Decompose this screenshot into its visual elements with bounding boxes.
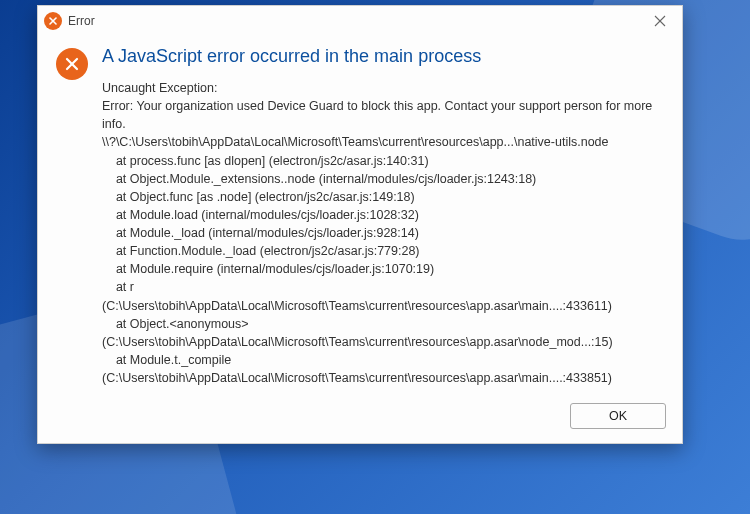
stack-line: (C:\Users\tobih\AppData\Local\Microsoft\… bbox=[102, 333, 664, 351]
stack-line: at Object.<anonymous> bbox=[102, 315, 664, 333]
dialog-body: A JavaScript error occurred in the main … bbox=[38, 36, 682, 393]
stack-line: Uncaught Exception: bbox=[102, 79, 664, 97]
stack-line: at Module.load (internal/modules/cjs/loa… bbox=[102, 206, 664, 224]
dialog-heading: A JavaScript error occurred in the main … bbox=[102, 46, 664, 67]
error-icon bbox=[44, 12, 62, 30]
close-icon bbox=[654, 15, 666, 27]
stack-line: at r bbox=[102, 278, 664, 296]
dialog-content: A JavaScript error occurred in the main … bbox=[102, 46, 664, 387]
stack-line: at Function.Module._load (electron/js2c/… bbox=[102, 242, 664, 260]
stack-line: (C:\Users\tobih\AppData\Local\Microsoft\… bbox=[102, 369, 664, 387]
stack-line: at Module.t._compile bbox=[102, 351, 664, 369]
error-dialog: Error A JavaScript error occurred in the… bbox=[37, 5, 683, 444]
error-stack: Uncaught Exception: Error: Your organiza… bbox=[102, 79, 664, 387]
titlebar: Error bbox=[38, 6, 682, 36]
ok-button[interactable]: OK bbox=[570, 403, 666, 429]
stack-line: \\?\C:\Users\tobih\AppData\Local\Microso… bbox=[102, 133, 664, 151]
stack-line: at Object.Module._extensions..node (inte… bbox=[102, 170, 664, 188]
stack-line: at Module._load (internal/modules/cjs/lo… bbox=[102, 224, 664, 242]
close-button[interactable] bbox=[638, 6, 682, 36]
stack-line: (C:\Users\tobih\AppData\Local\Microsoft\… bbox=[102, 297, 664, 315]
dialog-footer: OK bbox=[38, 393, 682, 443]
stack-line: Error: Your organization used Device Gua… bbox=[102, 97, 664, 133]
stack-line: at Module.require (internal/modules/cjs/… bbox=[102, 260, 664, 278]
stack-line: at Object.func [as .node] (electron/js2c… bbox=[102, 188, 664, 206]
window-title: Error bbox=[68, 14, 95, 28]
stack-line: at process.func [as dlopen] (electron/js… bbox=[102, 152, 664, 170]
error-icon bbox=[56, 48, 88, 80]
